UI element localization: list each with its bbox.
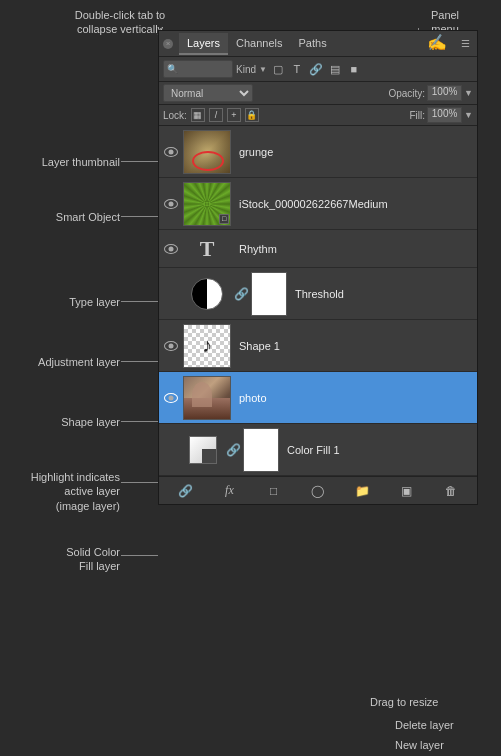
visibility-rhythm[interactable] bbox=[163, 241, 179, 257]
fill-label: Fill: bbox=[410, 110, 426, 121]
blend-opacity-row: Normal Opacity: 100% ▼ bbox=[159, 82, 477, 105]
smart-object-badge: □ bbox=[219, 214, 229, 224]
adjustment-layer-icon bbox=[183, 272, 231, 316]
adj-icon-inner bbox=[191, 278, 223, 310]
adjustment-layer-label: Adjustment layer bbox=[0, 355, 120, 369]
mask-white-colorfill bbox=[244, 429, 278, 471]
layer-name-rhythm: Rhythm bbox=[239, 243, 277, 255]
pixel-filter-icon[interactable]: ▢ bbox=[270, 61, 286, 77]
new-style-icon[interactable]: □ bbox=[264, 482, 284, 500]
layer-thumbnail-line bbox=[121, 161, 158, 162]
tab-channels[interactable]: Channels bbox=[228, 33, 290, 55]
layer-row-shape[interactable]: ♪ Shape 1 bbox=[159, 320, 477, 372]
lock-paint-icon[interactable]: / bbox=[209, 108, 223, 122]
solid-color-icon-inner bbox=[189, 436, 217, 464]
layer-row-photo[interactable]: photo ✍ bbox=[159, 372, 477, 424]
layer-row-istock[interactable]: □ iStock_000002622667Medium bbox=[159, 178, 477, 230]
link-icon[interactable]: 🔗 bbox=[175, 482, 195, 500]
blend-mode-dropdown[interactable]: Normal bbox=[163, 84, 253, 102]
shape-layer-line bbox=[121, 421, 158, 422]
filter-search[interactable]: 🔍 bbox=[163, 60, 233, 78]
opacity-arrow: ▼ bbox=[464, 88, 473, 98]
type-layer-icon: T bbox=[183, 232, 231, 266]
type-filter-icon[interactable]: 🔗 bbox=[308, 61, 324, 77]
fx-icon[interactable]: fx bbox=[219, 482, 239, 500]
shape-layer-label: Shape layer bbox=[10, 415, 120, 429]
tab-paths[interactable]: Paths bbox=[291, 33, 335, 55]
layer-row-rhythm[interactable]: T Rhythm bbox=[159, 230, 477, 268]
layer-name-threshold: Threshold bbox=[295, 288, 344, 300]
shape-filter-icon[interactable]: ▤ bbox=[327, 61, 343, 77]
panel-menu-button[interactable]: ☰ bbox=[457, 35, 473, 51]
drag-resize-annotation: Drag to resize bbox=[370, 695, 490, 709]
lock-all-icon[interactable]: 🔒 bbox=[245, 108, 259, 122]
new-layer-icon[interactable]: ▣ bbox=[397, 482, 417, 500]
solid-color-layer-icon bbox=[183, 428, 223, 472]
visibility-shape[interactable] bbox=[163, 338, 179, 354]
visibility-photo[interactable] bbox=[163, 390, 179, 406]
lock-fill-row: Lock: ▦ / + 🔒 Fill: 100% ▼ bbox=[159, 105, 477, 126]
visibility-istock[interactable] bbox=[163, 196, 179, 212]
panel-close-button[interactable]: × bbox=[163, 39, 173, 49]
visibility-colorfill[interactable] bbox=[163, 442, 179, 458]
kind-dropdown-arrow: ▼ bbox=[259, 65, 267, 74]
chain-threshold: 🔗 bbox=[235, 284, 247, 304]
thumb-shape: ♪ bbox=[183, 324, 231, 368]
fill-arrow: ▼ bbox=[464, 110, 473, 120]
tab-layers[interactable]: Layers bbox=[179, 33, 228, 55]
solid-color-line bbox=[121, 555, 158, 556]
eye-icon-photo bbox=[164, 393, 178, 403]
opacity-input[interactable]: 100% bbox=[427, 85, 462, 101]
type-layer-line bbox=[121, 301, 158, 302]
visibility-threshold[interactable] bbox=[163, 286, 179, 302]
layer-row-colorfill[interactable]: 🔗 Color Fill 1 bbox=[159, 424, 477, 476]
mask-white-threshold bbox=[252, 273, 286, 315]
delete-layer-annotation: Delete layer bbox=[395, 718, 495, 732]
new-layer-annotation: New layer bbox=[395, 738, 495, 752]
solid-color-dark bbox=[202, 449, 216, 463]
layer-name-colorfill: Color Fill 1 bbox=[287, 444, 340, 456]
layer-name-istock: iStock_000002622667Medium bbox=[239, 198, 388, 210]
layers-panel: × Layers Channels Paths ☰ 🔍 Kind ▼ ▢ T 🔗… bbox=[158, 30, 478, 505]
layer-name-shape: Shape 1 bbox=[239, 340, 280, 352]
smart-object-line bbox=[121, 216, 158, 217]
search-icon: 🔍 bbox=[167, 64, 178, 74]
fill-group: Fill: 100% ▼ bbox=[410, 107, 473, 123]
eye-icon-istock bbox=[164, 199, 178, 209]
delete-layer-icon[interactable]: 🗑 bbox=[441, 482, 461, 500]
smart-filter-icon[interactable]: ■ bbox=[346, 61, 362, 77]
type-layer-label: Type layer bbox=[10, 295, 120, 309]
kind-label: Kind bbox=[236, 64, 256, 75]
lock-label: Lock: bbox=[163, 110, 187, 121]
highlight-label: Highlight indicatesactive layer(image la… bbox=[0, 470, 120, 513]
lock-transparency-icon[interactable]: ▦ bbox=[191, 108, 205, 122]
mask-thumb-colorfill bbox=[243, 428, 279, 472]
visibility-grunge[interactable] bbox=[163, 144, 179, 160]
eye-icon-rhythm bbox=[164, 244, 178, 254]
smart-object-label: Smart Object bbox=[0, 210, 120, 224]
bottom-toolbar: 🔗 fx □ ◯ 📁 ▣ 🗑 bbox=[159, 476, 477, 504]
thumb-grunge bbox=[183, 130, 231, 174]
tab-bar: × Layers Channels Paths ☰ bbox=[159, 31, 477, 57]
eye-icon-shape bbox=[164, 341, 178, 351]
thumb-istock: □ bbox=[183, 182, 231, 226]
layer-name-grunge: grunge bbox=[239, 146, 273, 158]
mask-thumb-threshold bbox=[251, 272, 287, 316]
opacity-label: Opacity: bbox=[388, 88, 425, 99]
new-mask-icon[interactable]: ◯ bbox=[308, 482, 328, 500]
layer-row-threshold[interactable]: 🔗 Threshold bbox=[159, 268, 477, 320]
lock-move-icon[interactable]: + bbox=[227, 108, 241, 122]
highlight-line bbox=[121, 482, 158, 483]
adjustment-layer-line bbox=[121, 361, 158, 362]
adjustment-filter-icon[interactable]: T bbox=[289, 61, 305, 77]
fill-input[interactable]: 100% bbox=[427, 107, 462, 123]
layer-name-photo: photo bbox=[239, 392, 267, 404]
new-folder-icon[interactable]: 📁 bbox=[352, 482, 372, 500]
layer-row-grunge[interactable]: grunge bbox=[159, 126, 477, 178]
chain-colorfill: 🔗 bbox=[227, 440, 239, 460]
layer-thumbnail-label: Layer thumbnail bbox=[0, 155, 120, 169]
opacity-group: Opacity: 100% ▼ bbox=[388, 85, 473, 101]
eye-icon-grunge bbox=[164, 147, 178, 157]
music-note-icon: ♪ bbox=[184, 325, 230, 367]
solid-color-label: Solid ColorFill layer bbox=[10, 545, 120, 574]
